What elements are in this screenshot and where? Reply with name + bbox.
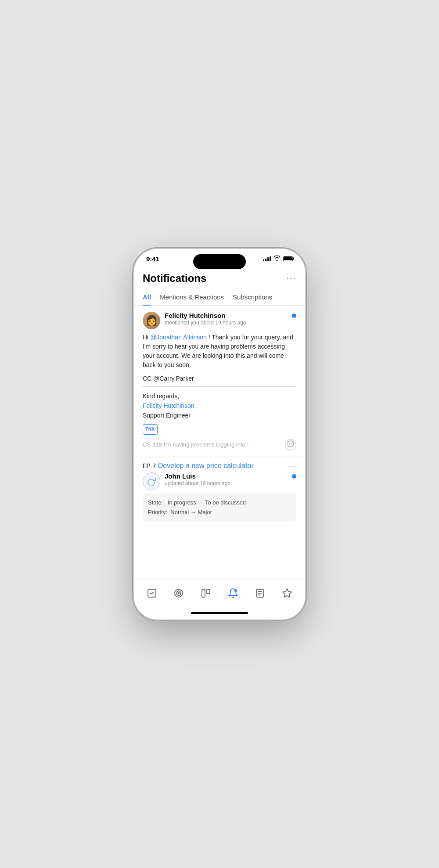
sig-role: Support Engineer [143,411,296,420]
refresh-icon [147,477,156,486]
john-subtext: updated about 19 hours ago [165,480,288,486]
svg-marker-14 [283,589,291,597]
notif-header-felicity: 👩 Felicity Hutchinson mentioned you abou… [143,312,296,329]
project-row: FP-7 Develop a new price calculator ··· [134,457,305,472]
tabs-bar: All Mentions & Reactions Subscriptions [134,290,305,306]
svg-rect-8 [207,589,210,594]
nav-notes-button[interactable] [250,584,270,604]
bottom-navigation [134,580,305,607]
signature-block: Kind regards, Felicity Hutchinson Suppor… [143,391,296,421]
phone-frame: 9:41 Notifications [134,249,305,619]
signal-icon [263,256,271,261]
notif-author-name: Felicity Hutchinson [165,312,288,319]
notif-meta-felicity: Felicity Hutchinson mentioned you about … [165,312,288,326]
dynamic-island [193,254,246,269]
wifi-icon [273,256,281,262]
cs-text: CS-118 I'm having problems logging into.… [143,441,250,448]
nav-notifications-button[interactable] [223,584,243,604]
notes-icon [255,588,265,600]
signal-bar-3 [267,257,269,261]
state-arrow: → [198,499,205,506]
mention-link[interactable]: @Jonathan Atkinson [150,334,207,341]
battery-icon [283,256,293,261]
signal-bar-2 [265,259,266,261]
nav-settings-button[interactable] [277,584,297,604]
tasks-icon [147,588,157,600]
status-time: 9:41 [146,255,159,263]
app-content: Notifications ··· All Mentions & Reactio… [134,265,305,619]
sig-name[interactable]: Felicity Hutchinson [143,401,296,411]
sig-greeting: Kind regards, [143,391,296,401]
notif-meta-john: John Luis updated about 19 hours ago [165,472,288,486]
project-info: FP-7 Develop a new price calculator [143,462,254,470]
priority-from: Normal [170,509,189,515]
svg-point-0 [288,441,294,447]
tab-subscriptions[interactable]: Subscriptions [233,290,272,305]
notifications-icon [228,588,238,600]
priority-arrow: → [191,509,198,515]
help-icon [173,588,184,600]
project-more-button[interactable]: ··· [288,461,296,471]
home-bar [191,612,248,614]
tab-all[interactable]: All [143,290,151,305]
notification-item-felicity[interactable]: 👩 Felicity Hutchinson mentioned you abou… [134,306,305,457]
state-from: In progress [168,499,196,506]
nav-help-button[interactable] [169,584,188,604]
tab-mentions[interactable]: Mentions & Reactions [160,290,224,305]
avatar-felicity: 👩 [143,312,160,329]
more-options-button[interactable]: ··· [286,273,296,283]
notif-header-john: John Luis updated about 19 hours ago [143,472,296,490]
avatar-emoji: 👩 [146,315,158,326]
page-title: Notifications [143,272,206,285]
notification-list: 👩 Felicity Hutchinson mentioned you abou… [134,306,305,580]
svg-point-1 [289,443,290,444]
board-icon [201,588,211,600]
notif-author-subtext: mentioned you about 19 hours ago [165,320,288,326]
priority-change: Priority: Normal → Major [148,508,291,517]
divider [143,386,296,387]
signal-bar-4 [270,256,271,261]
notif-body: Hi @Jonathan Atkinson ! Thank you for yo… [143,333,296,370]
status-icons [263,256,293,262]
cs-row: CS-118 I'm having problems logging into.… [143,439,296,450]
unread-indicator [292,313,296,318]
avatar-john-luis [143,472,160,490]
unread-indicator-john [292,474,296,479]
emoji-reaction-button[interactable] [285,439,296,450]
signal-bar-1 [263,259,264,261]
home-indicator [134,607,305,619]
svg-rect-7 [202,589,205,597]
state-to: To be discussed [205,499,246,506]
nav-board-button[interactable] [196,584,216,604]
cc-line: CC @Carry.Parker [143,375,296,382]
project-title[interactable]: Develop a new price calculator [158,462,254,469]
tnx-badge: TNX [143,424,158,435]
battery-fill [284,257,292,260]
svg-point-6 [178,592,180,594]
john-name: John Luis [165,472,288,480]
priority-to: Major [198,509,212,515]
state-change: State: In progress → To be discussed [148,498,291,508]
svg-point-9 [234,589,237,592]
body-prefix: Hi [143,334,150,341]
settings-icon [282,588,292,600]
nav-tasks-button[interactable] [142,584,162,604]
update-card: State: In progress → To be discussed Pri… [143,493,296,522]
svg-point-2 [291,443,292,444]
project-id: FP-7 [143,462,156,469]
notification-item-john-luis[interactable]: John Luis updated about 19 hours ago Sta… [134,472,305,528]
